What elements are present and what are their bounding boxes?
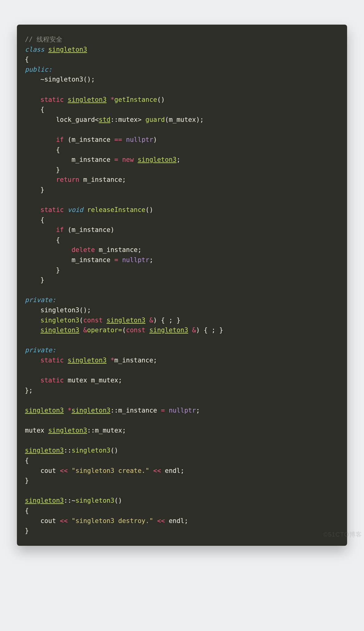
m-instance: m_instance — [72, 156, 110, 163]
m-mutex: m_mutex — [91, 377, 118, 384]
op-ins: << — [157, 517, 165, 525]
semi: ; — [138, 246, 142, 254]
type-param: singleton3 — [107, 317, 145, 324]
colon: : — [52, 346, 56, 354]
cout: cout — [41, 467, 56, 474]
paren: ) — [114, 447, 118, 454]
paren: ) — [149, 206, 153, 214]
dcolon: :: — [64, 447, 71, 454]
op-assign: = — [161, 407, 165, 414]
m-instance: m_instance — [72, 256, 110, 264]
scope: singleton3 — [48, 427, 87, 434]
kw-static: static — [41, 357, 64, 364]
brace: { — [25, 457, 29, 464]
semi: ; — [149, 256, 153, 264]
guard-call: guard — [145, 116, 165, 123]
cout: cout — [41, 517, 56, 525]
str-destroy: "singleton3 destroy." — [72, 517, 153, 525]
type-class: singleton3 — [48, 46, 87, 53]
fn-release: releaseInstance — [87, 206, 145, 214]
amp: & — [192, 326, 196, 334]
lock-guard: lock_guard — [56, 116, 95, 123]
paren: ) — [161, 96, 165, 103]
semi: ; — [180, 467, 184, 474]
paren: ) — [153, 317, 157, 324]
m-mutex: m_mutex — [169, 116, 196, 123]
body-empty: { ; } — [161, 317, 180, 324]
class-close: }; — [25, 387, 33, 394]
kw-delete: delete — [72, 246, 95, 254]
star: * — [68, 407, 72, 414]
semi: ; — [176, 156, 180, 163]
kw-if: if — [56, 136, 64, 143]
dtor-decl: ~singleton3(); — [41, 76, 95, 83]
kw-public: public — [25, 66, 48, 73]
kw-class: class — [25, 46, 44, 53]
amp: & — [149, 317, 153, 324]
m-instance: m_instance — [72, 226, 110, 234]
ret-type: singleton3 — [68, 96, 106, 103]
semi: ; — [122, 176, 126, 183]
brace: { — [25, 56, 29, 63]
semi: ; — [118, 377, 122, 384]
nullptr: nullptr — [122, 256, 149, 264]
angle: < — [95, 116, 99, 123]
m-instance: m_instance — [72, 136, 110, 143]
scope: singleton3 — [72, 407, 110, 414]
m-mutex: m_mutex — [95, 427, 122, 434]
paren: ) — [118, 497, 122, 504]
ns-std: std — [99, 116, 110, 123]
kw-new: new — [122, 156, 134, 163]
kw-if: if — [56, 226, 64, 234]
angle: > — [138, 116, 142, 123]
brace: } — [41, 186, 45, 194]
dcolon: :: — [64, 497, 71, 504]
type-def: singleton3 — [25, 407, 64, 414]
op-eq: == — [114, 136, 122, 143]
kw-private: private — [25, 296, 52, 304]
semi: ; — [196, 407, 200, 414]
ctor-decl: singleton3(); — [41, 306, 91, 314]
op-ins: << — [153, 467, 161, 474]
body-empty: { ; } — [204, 326, 223, 334]
mutex: mutex — [68, 377, 87, 384]
dcolon: :: — [110, 407, 118, 414]
op-ins: << — [60, 517, 68, 525]
m-instance: m_instance — [114, 357, 153, 364]
brace: { — [41, 216, 45, 224]
star: * — [110, 357, 114, 364]
kw-void: void — [68, 206, 83, 214]
brace: { — [56, 146, 60, 154]
scope: singleton3 — [25, 447, 64, 454]
paren: ( — [165, 116, 169, 123]
type-param: singleton3 — [149, 326, 188, 334]
kw-static: static — [41, 377, 64, 384]
endl: endl — [165, 467, 180, 474]
amp: & — [83, 326, 87, 334]
semi: ; — [122, 427, 126, 434]
paren: ( — [79, 317, 83, 324]
semi: ; — [153, 357, 157, 364]
watermark: ©51CTO博客 — [323, 530, 362, 539]
star: * — [110, 96, 114, 103]
m-instance: m_instance — [83, 176, 122, 183]
mutex: mutex — [118, 116, 137, 123]
str-create: "singleton3 create." — [72, 467, 149, 474]
paren: ( — [122, 326, 126, 334]
paren: ( — [110, 447, 114, 454]
brace: } — [25, 527, 29, 534]
copy-ctor: singleton3 — [41, 317, 79, 324]
nullptr: nullptr — [169, 407, 196, 414]
paren: ) — [196, 326, 200, 334]
semi: ; — [184, 517, 188, 525]
mutex: mutex — [25, 427, 44, 434]
code-comment: // 线程安全 — [25, 36, 62, 43]
dcolon: :: — [87, 427, 95, 434]
paren: ( — [157, 96, 161, 103]
op-assign: = — [114, 156, 118, 163]
m-instance: m_instance — [118, 407, 157, 414]
tilde: ~ — [72, 497, 76, 504]
colon: : — [48, 66, 52, 73]
scope: singleton3 — [25, 497, 64, 504]
brace: } — [56, 266, 60, 274]
